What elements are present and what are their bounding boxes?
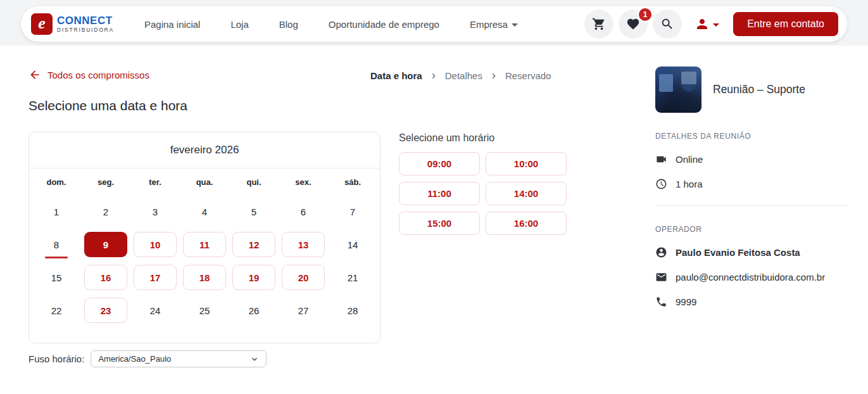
calendar-cell: 20 [279,261,328,294]
nav-item-label: Blog [279,19,298,30]
calendar-day-16[interactable]: 16 [84,265,127,290]
timeslot-11-00[interactable]: 11:00 [399,182,480,205]
person-circle-icon [655,246,667,258]
calendar-weekday-row: dom.seg.ter.qua.qui.sex.sáb. [29,168,380,195]
calendar-cell: 13 [279,228,328,261]
calendar-day-18[interactable]: 18 [183,265,226,290]
operator-heading: OPERADOR [655,225,847,234]
calendar-day-6: 6 [282,199,325,224]
calendar-cell: 2 [81,195,130,228]
calendar-day-19[interactable]: 19 [232,265,275,290]
nav-item-pagina-inicial[interactable]: Pagina inicial [144,19,200,30]
calendar-day-28: 28 [331,298,374,323]
operator-phone-label: 9999 [676,296,696,307]
calendar-cell: 4 [180,195,229,228]
calendar-cell: 11 [180,228,229,261]
calendar-cell: 7 [328,195,377,228]
nav-item-loja[interactable]: Loja [230,19,248,30]
timeslot-10-00[interactable]: 10:00 [486,152,567,175]
meeting-duration: 1 hora [655,178,847,190]
nav-item-empresa[interactable]: Empresa [470,19,518,30]
calendar-day-27: 27 [282,298,325,323]
calendar-day-15: 15 [35,265,78,290]
envelope-icon [655,271,667,283]
calendar-cell: 12 [229,228,279,261]
calendar-cell: 22 [32,294,81,327]
phone-icon [655,296,667,308]
sidebar-divider [655,205,847,206]
back-to-appointments-link[interactable]: Todos os compromissos [28,68,149,81]
chevron-right-icon [429,70,439,81]
calendar-day-24: 24 [134,298,177,323]
breadcrumb-step-detalhes[interactable]: Detalhes [445,70,482,81]
timeslot-16-00[interactable]: 16:00 [486,212,567,235]
calendar-day-23[interactable]: 23 [84,298,127,323]
calendar-day-17[interactable]: 17 [134,265,177,290]
logo-icon: e [31,13,53,35]
header-actions: 1 Entre em contato [584,10,838,39]
meeting-header: Reunião – Suporte [655,67,847,113]
calendar-day-9[interactable]: 9 [84,232,127,257]
contact-button[interactable]: Entre em contato [733,12,838,36]
timeslot-14-00[interactable]: 14:00 [486,182,567,205]
calendar-day-12[interactable]: 12 [232,232,275,257]
calendar-grid: 1234567891011121314151617181920212223242… [29,195,380,327]
chevron-down-icon [249,354,260,364]
timezone-select[interactable]: America/Sao_Paulo [91,350,267,367]
video-camera-icon [655,153,667,165]
weekday-label: qua. [180,177,229,187]
nav-item-label: Pagina inicial [144,19,200,30]
header-band: e CONNECT DISTRIBUIDORA Pagina inicialLo… [0,0,868,46]
heart-icon [626,17,640,31]
calendar-day-4: 4 [183,199,226,224]
calendar-month-title: fevereiro 2026 [29,132,380,168]
meeting-duration-label: 1 hora [676,179,703,189]
main-nav: Pagina inicialLojaBlogOportunidade de em… [144,19,518,30]
chevron-right-icon [489,70,499,81]
timeslot-title: Selecione um horário [399,132,494,144]
calendar-cell: 8 [32,228,81,261]
meeting-title: Reunião – Suporte [713,83,805,96]
calendar-cell: 28 [328,294,377,327]
calendar-day-26: 26 [232,298,275,323]
weekday-label: sáb. [328,177,377,187]
header: e CONNECT DISTRIBUIDORA Pagina inicialLo… [21,6,847,42]
cart-button[interactable] [584,10,613,39]
weekday-label: ter. [130,177,180,187]
calendar-cell: 10 [130,228,180,261]
account-menu[interactable] [695,16,719,32]
breadcrumb-step-reservado[interactable]: Reservado [505,70,551,81]
nav-item-label: Empresa [470,19,508,30]
breadcrumb-step-data-e-hora[interactable]: Data e hora [370,70,422,81]
calendar-day-13[interactable]: 13 [282,232,325,257]
calendar-day-22: 22 [35,298,78,323]
operator-email: paulo@connectdistribuidora.com.br [655,271,847,283]
calendar-cell: 9 [81,228,130,261]
nav-item-blog[interactable]: Blog [279,19,298,30]
timeslot-list: 09:0010:0011:0014:0015:0016:00 [399,152,567,235]
calendar-day-10[interactable]: 10 [134,232,177,257]
search-button[interactable] [653,10,682,39]
timeslot-15-00[interactable]: 15:00 [399,212,480,235]
chevron-down-icon [713,23,719,27]
wishlist-badge: 1 [638,7,653,22]
calendar: fevereiro 2026 dom.seg.ter.qua.qui.sex.s… [28,132,381,343]
clock-icon [655,178,667,190]
calendar-day-11[interactable]: 11 [183,232,226,257]
wishlist-button[interactable]: 1 [619,10,648,39]
meeting-thumbnail-image [655,67,701,113]
logo-text: CONNECT DISTRIBUIDORA [57,15,114,33]
logo[interactable]: e CONNECT DISTRIBUIDORA [31,13,114,35]
back-link-label: Todos os compromissos [47,70,149,80]
calendar-day-20[interactable]: 20 [282,265,325,290]
nav-item-oportunidade-de-emprego[interactable]: Oportunidade de emprego [329,19,439,30]
meeting-sidebar: Reunião – Suporte DETALHES DA REUNIÃO On… [655,67,847,308]
operator-name: Paulo Evanio Feitosa Costa [655,246,847,258]
search-icon [660,17,674,31]
calendar-day-1: 1 [35,199,78,224]
calendar-day-3: 3 [134,199,177,224]
cart-icon [592,17,606,31]
weekday-label: dom. [32,177,81,187]
timeslot-09-00[interactable]: 09:00 [399,152,480,175]
calendar-cell: 18 [180,261,229,294]
